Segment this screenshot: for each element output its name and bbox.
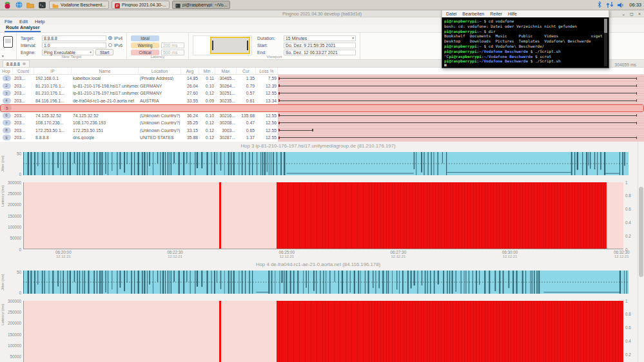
interval-input[interactable]: 1.0 (42, 43, 106, 48)
cell-location: GERMANY (139, 84, 181, 88)
minimize-icon[interactable]: ⌄ (621, 10, 625, 17)
loss-right-tick: 0.2 (625, 233, 631, 238)
table-row[interactable]: 9203...8.8.8.8dns.googleUNITED STATES35.… (0, 134, 644, 142)
cell-ip: 84.116.196.1... (34, 99, 72, 103)
table-row[interactable]: 7203...108.170.236...108.170.236.193(Unk… (0, 119, 644, 127)
jitter-series (23, 152, 629, 175)
menu-file[interactable]: File (5, 19, 12, 24)
target-input[interactable]: 8.8.8.8 (42, 35, 106, 41)
menu-edit[interactable]: Edit (19, 19, 28, 24)
terminal-body[interactable]: pi@raspberrypi:~ $ cd vodafonebash: cd: … (442, 17, 609, 68)
taskbar-window-label: pi@raspberrypi: ~/Vo... (182, 3, 227, 7)
jitter-tick-max: 50 (17, 151, 21, 156)
hop-badge: 5 (3, 105, 12, 111)
cell-location: AUSTRIA (139, 99, 181, 103)
terminal-window[interactable]: Datei Bearbeiten Reiter Hilfe pi@raspber… (442, 9, 609, 68)
charts-scrollbar-thumb[interactable] (639, 187, 643, 277)
ipv4-radio[interactable] (108, 36, 112, 40)
column-header-cur[interactable]: Cur (237, 68, 256, 74)
terminal-scrollbar-thumb[interactable] (604, 19, 607, 33)
duration-select[interactable]: 15 Minutes▾ (284, 35, 356, 41)
raspberry-menu-icon[interactable] (3, 1, 12, 9)
cell-max: 30216... (215, 113, 237, 118)
tab-route-analyser[interactable]: Route Analyser (5, 24, 41, 32)
file-manager-icon[interactable] (26, 1, 35, 9)
menu-help[interactable]: Help (35, 19, 44, 24)
loss-right-tick: 0.8 (625, 312, 631, 316)
chevron-down-icon[interactable]: ▾ (2, 54, 4, 58)
table-row[interactable]: 1203...192.168.0.1kabelbox.local(Private… (0, 75, 644, 82)
group-label-new-target: New Target (17, 54, 126, 59)
taskbar-clock[interactable]: 06:33 (629, 2, 641, 8)
viewport-selection[interactable] (210, 37, 250, 54)
viewport-start-input[interactable]: Do. Dez. 9 21:59:35 2021 (284, 43, 356, 48)
terminal-menu-datei[interactable]: Datei (446, 12, 456, 16)
latency-mini-graph (278, 127, 644, 135)
cell-name: ip-81-210-176-197.hsi17.unitymediagroup.… (72, 91, 139, 95)
terminal-menu-hilfe[interactable]: Hilfe (508, 12, 517, 16)
table-row[interactable]: 2203...81.210.176.1...ip-81-210-176-198.… (0, 82, 644, 90)
column-header-ip[interactable]: IP (34, 68, 72, 74)
charts-scrollbar[interactable] (638, 142, 644, 362)
cell-name: de-fra04d-rc1-ae-21-0.aorta.net (72, 99, 139, 103)
close-icon[interactable]: × (638, 10, 641, 17)
taskbar-window-terminal[interactable]: pi@raspberrypi: ~/Vo... (172, 1, 230, 9)
viewport-preview[interactable] (193, 35, 252, 55)
maximize-icon[interactable]: ◻ (630, 10, 634, 17)
terminal-menu-bearbeiten[interactable]: Bearbeiten (462, 12, 484, 16)
system-tray: 06:33 (597, 0, 641, 11)
taskbar-window-vodafone-folder[interactable]: Vodafone Beschwerd... (49, 1, 109, 9)
web-browser-icon[interactable] (14, 1, 23, 9)
time-tick: 06:27:3012.12.21 (391, 250, 407, 258)
loss-right-tick: 0.6 (625, 325, 631, 330)
ipv6-radio[interactable] (108, 43, 112, 47)
cell-max: 30264... (215, 84, 237, 88)
svg-text:P: P (116, 4, 119, 8)
chart-title: Hop 3 ip-81-210-176-197.hsi17.unitymedia… (0, 142, 636, 150)
latency-whisker (279, 115, 637, 116)
cell-min: 0.12 (199, 120, 215, 125)
taskbar-window-pingnoo[interactable]: P Pingnoo 2021.04.30-... (112, 1, 170, 9)
column-header-min[interactable]: Min (199, 68, 215, 74)
charts-area[interactable]: Hop 3 ip-81-210-176-197.hsi17.unitymedia… (0, 142, 644, 362)
hop-badge: 6 (3, 113, 11, 119)
table-row[interactable]: 6203...74.125.32.5274.125.32.52(Unknown … (0, 112, 644, 120)
column-header-max[interactable]: Max (215, 68, 237, 74)
latency-whisker (279, 86, 637, 86)
viewport-handle-right[interactable] (247, 41, 248, 50)
cell-loss: 12.55 (256, 113, 278, 118)
cell-location: (Unknown Country?) (139, 128, 181, 133)
column-header-count[interactable]: Count (13, 68, 34, 74)
column-header-avg[interactable]: Avg (181, 68, 199, 74)
close-tab-icon[interactable]: ⊗ (23, 61, 26, 66)
column-header-loss[interactable]: Loss % (256, 68, 278, 74)
column-header-hop[interactable]: Hop (0, 68, 13, 74)
column-header-location[interactable]: Location (139, 68, 181, 74)
latency-whisker (279, 78, 637, 79)
terminal-launcher-icon[interactable] (37, 1, 46, 9)
bluetooth-icon[interactable] (597, 0, 602, 11)
time-tick: 06:22:3012.12.21 (167, 250, 183, 258)
latency-mini-graph (278, 105, 643, 111)
table-row[interactable]: 8203...172.253.50.1...172.253.50.151(Unk… (0, 127, 644, 135)
cell-count: 203... (13, 120, 34, 125)
network-updown-icon[interactable] (606, 0, 614, 11)
table-row[interactable]: 5 (0, 104, 644, 112)
target-tab-8888[interactable]: 8.8.8.8 ⊗ (3, 60, 30, 67)
warning-threshold-input[interactable]: 200 ms (161, 43, 184, 48)
terminal-scrollbar[interactable] (604, 19, 607, 66)
terminal-icon (175, 0, 181, 11)
target-tool-block[interactable]: ▾ (0, 33, 17, 59)
volume-icon[interactable] (618, 0, 625, 11)
cell-max: 30287... (215, 135, 237, 140)
table-row[interactable]: 3203...81.210.176.1...ip-81-210-176-197.… (0, 90, 644, 97)
cell-name: ip-81-210-176-198.hsi17.unitymediagroup.… (72, 84, 139, 88)
terminal-menu-reiter[interactable]: Reiter (490, 12, 502, 16)
table-row[interactable]: 4203...84.116.196.1...de-fra04d-rc1-ae-2… (0, 97, 644, 105)
column-header-name[interactable]: Name (72, 68, 139, 74)
window-controls: ⌄ ◻ × (621, 10, 641, 17)
cell-count: 203... (13, 113, 34, 118)
viewport-handle-left[interactable] (212, 41, 213, 50)
cell-ip: 108.170.236... (34, 120, 72, 125)
cell-avg: 26.04 (181, 84, 199, 88)
